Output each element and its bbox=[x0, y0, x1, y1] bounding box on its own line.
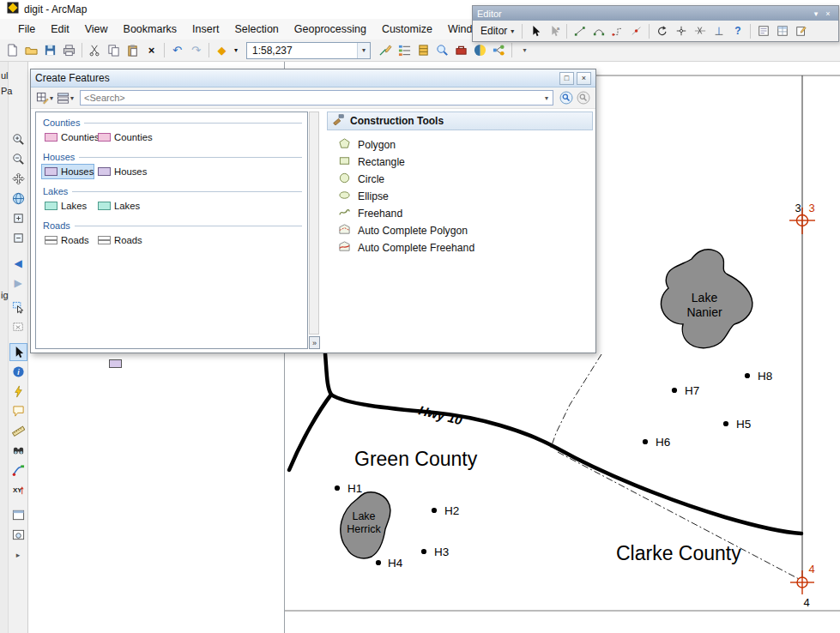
select-features-icon[interactable] bbox=[9, 298, 27, 316]
move-tool-icon[interactable] bbox=[672, 22, 690, 40]
fixed-zoom-in-icon[interactable] bbox=[9, 209, 27, 227]
template-counties-2[interactable]: Counties bbox=[94, 130, 148, 145]
pan-icon[interactable] bbox=[9, 170, 27, 188]
save-button[interactable] bbox=[41, 41, 59, 59]
add-data-dropdown-arrow[interactable]: ▾ bbox=[232, 41, 240, 59]
hyperlink-icon[interactable] bbox=[9, 383, 27, 401]
delete-button[interactable]: × bbox=[142, 41, 160, 59]
toolbar-overflow-arrow[interactable]: ▾ bbox=[516, 41, 534, 59]
find-icon[interactable] bbox=[9, 442, 27, 460]
template-houses-1-selected[interactable]: Houses bbox=[41, 164, 94, 179]
menu-geoprocessing[interactable]: Geoprocessing bbox=[287, 21, 374, 38]
organize-templates-button[interactable]: ▾ bbox=[35, 91, 54, 106]
marker3-red-label: 3 bbox=[808, 202, 814, 214]
zoom-in-icon[interactable] bbox=[9, 130, 27, 148]
create-features-title-bar[interactable]: Create Features □ × bbox=[31, 69, 595, 87]
menu-view[interactable]: View bbox=[77, 21, 116, 38]
search-icon[interactable] bbox=[433, 41, 451, 59]
html-popup-icon[interactable] bbox=[9, 402, 27, 420]
house-label-h2: H2 bbox=[444, 504, 459, 517]
template-roads-1[interactable]: Roads bbox=[41, 232, 94, 248]
template-list-scrollbar[interactable] bbox=[309, 112, 319, 335]
template-counties-1[interactable]: Counties bbox=[41, 130, 94, 145]
modelbuilder-icon[interactable] bbox=[490, 41, 508, 59]
sketch-properties-icon[interactable] bbox=[792, 22, 810, 40]
map-scale-combo[interactable]: 1:58,237 ▾ bbox=[246, 42, 371, 59]
forward-extent-icon[interactable]: ▶ bbox=[9, 274, 27, 292]
magnifier-window-icon[interactable] bbox=[9, 526, 27, 544]
zoom-out-icon[interactable] bbox=[9, 150, 27, 168]
menu-insert[interactable]: Insert bbox=[184, 21, 227, 38]
create-features-window-icon[interactable] bbox=[754, 22, 772, 40]
edit-annotation-tool-icon[interactable]: a bbox=[545, 22, 563, 40]
search-history-dropdown-arrow[interactable]: ▾ bbox=[541, 94, 553, 102]
run-search-button[interactable] bbox=[559, 90, 574, 106]
add-data-button[interactable]: ◆ bbox=[213, 41, 231, 59]
straight-segment-icon[interactable] bbox=[571, 22, 589, 40]
menu-bookmarks[interactable]: Bookmarks bbox=[116, 21, 185, 38]
construction-tool-auto-complete-polygon[interactable]: Auto Complete Polygon bbox=[327, 222, 593, 239]
panel-close-button[interactable]: × bbox=[577, 72, 591, 85]
identify-icon[interactable]: i bbox=[9, 363, 27, 381]
undo-button[interactable]: ↶ bbox=[168, 41, 186, 59]
template-lakes-1[interactable]: Lakes bbox=[41, 198, 94, 214]
template-lakes-2[interactable]: Lakes bbox=[94, 198, 148, 214]
construction-tool-freehand[interactable]: Freehand bbox=[327, 205, 593, 222]
menu-file[interactable]: File bbox=[10, 21, 43, 38]
find-route-icon[interactable] bbox=[9, 461, 27, 479]
clipped-text-fragment-1: ul bbox=[1, 70, 9, 81]
measure-icon[interactable] bbox=[9, 422, 27, 440]
construction-tool-circle[interactable]: Circle bbox=[327, 171, 593, 188]
midpoint-tool-icon[interactable] bbox=[627, 22, 645, 40]
trace-tool-icon[interactable] bbox=[608, 22, 626, 40]
menu-edit[interactable]: Edit bbox=[43, 21, 77, 38]
editor-menu-button[interactable]: Editor ▾ bbox=[476, 23, 518, 39]
construction-tool-polygon[interactable]: Polygon bbox=[327, 136, 593, 154]
list-expand-button[interactable]: » bbox=[309, 336, 320, 349]
toolbar-expand-arrow[interactable]: ▸ bbox=[9, 546, 27, 564]
editor-toolbar-toggle-icon[interactable] bbox=[377, 41, 395, 59]
viewer-window-icon[interactable] bbox=[9, 506, 27, 524]
split-tool-icon[interactable] bbox=[691, 22, 709, 40]
cut-button[interactable] bbox=[86, 41, 104, 59]
perpendicular-constraint-icon[interactable] bbox=[710, 22, 728, 40]
template-houses-2[interactable]: Houses bbox=[94, 164, 148, 179]
attributes-window-icon[interactable] bbox=[773, 22, 791, 40]
help-icon[interactable]: ? bbox=[728, 22, 746, 40]
template-roads-2[interactable]: Roads bbox=[94, 232, 148, 248]
toolbar-separator bbox=[208, 43, 209, 57]
menu-selection[interactable]: Selection bbox=[227, 21, 286, 38]
rotate-tool-icon[interactable] bbox=[653, 22, 671, 40]
menu-customize[interactable]: Customize bbox=[374, 21, 440, 38]
arctoolbox-icon[interactable] bbox=[452, 41, 470, 59]
house-label-h6: H6 bbox=[656, 436, 670, 449]
table-of-contents-icon[interactable] bbox=[396, 41, 414, 59]
open-button[interactable] bbox=[22, 41, 40, 59]
clear-selection-icon[interactable] bbox=[9, 318, 27, 336]
construction-tool-ellipse[interactable]: Ellipse bbox=[327, 188, 593, 205]
copy-button[interactable] bbox=[105, 41, 123, 59]
new-document-button[interactable] bbox=[3, 41, 21, 59]
scale-dropdown-arrow[interactable]: ▾ bbox=[357, 43, 370, 58]
catalog-icon[interactable] bbox=[414, 41, 432, 59]
arrange-templates-button[interactable]: ▾ bbox=[56, 91, 75, 106]
full-extent-icon[interactable] bbox=[9, 190, 27, 208]
edit-tool-icon[interactable] bbox=[526, 22, 544, 40]
python-window-icon[interactable] bbox=[471, 41, 489, 59]
go-to-xy-icon[interactable]: XY bbox=[9, 481, 27, 499]
endpoint-arc-segment-icon[interactable] bbox=[589, 22, 607, 40]
fixed-zoom-out-icon[interactable] bbox=[9, 229, 27, 247]
paste-button[interactable] bbox=[124, 41, 142, 59]
print-button[interactable] bbox=[60, 41, 78, 59]
select-elements-icon[interactable] bbox=[9, 343, 27, 361]
construction-tool-auto-complete-freehand[interactable]: Auto Complete Freehand bbox=[327, 239, 593, 256]
redo-button[interactable]: ↷ bbox=[187, 41, 205, 59]
editor-toolbar-close-button[interactable]: × bbox=[822, 9, 834, 18]
editor-toolbar-options-arrow[interactable]: ▾ bbox=[810, 9, 822, 18]
back-extent-icon[interactable]: ◀ bbox=[9, 254, 27, 272]
clear-search-button[interactable] bbox=[576, 90, 591, 106]
template-search-input[interactable] bbox=[81, 93, 541, 103]
editor-toolbar-title-bar[interactable]: Editor ▾ × bbox=[473, 6, 838, 21]
construction-tool-rectangle[interactable]: Rectangle bbox=[327, 154, 593, 171]
panel-pin-button[interactable]: □ bbox=[559, 72, 574, 85]
